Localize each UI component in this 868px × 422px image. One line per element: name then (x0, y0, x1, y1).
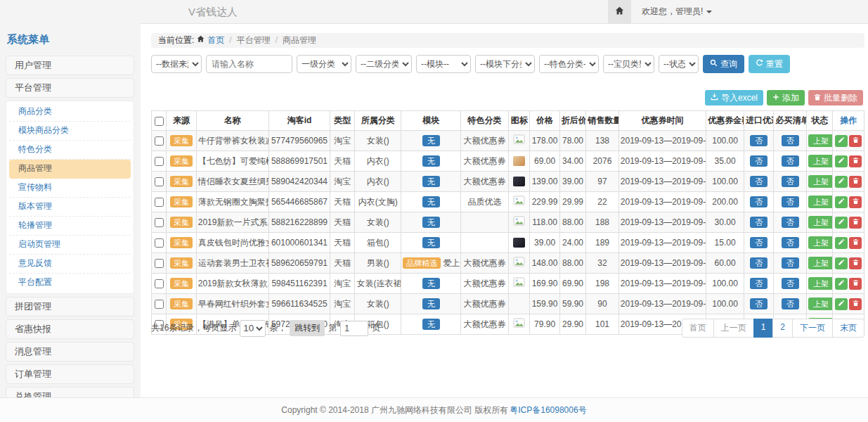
status-badge[interactable]: 上架 (808, 155, 833, 167)
edit-button[interactable] (835, 298, 848, 310)
sidebar-item[interactable]: 商品管理 (9, 160, 131, 179)
status-badge[interactable]: 上架 (808, 216, 833, 229)
sidebar-item[interactable]: 商品分类 (9, 103, 131, 122)
sidebar-item-group[interactable]: 平台管理 (6, 78, 134, 98)
import-select-badge[interactable]: 否 (750, 155, 767, 167)
reset-button[interactable]: 重置 (749, 55, 790, 73)
sidebar-item[interactable]: 轮播管理 (9, 217, 131, 236)
icp-link[interactable]: 粤ICP备16098006号 (510, 404, 586, 416)
filter-select-1[interactable]: --二级分类-- (356, 55, 412, 73)
edit-button[interactable] (835, 176, 848, 188)
edit-button[interactable] (835, 196, 848, 208)
row-checkbox[interactable] (155, 136, 164, 146)
price-cell: 139.00 (530, 172, 560, 192)
filter-select-6[interactable]: --状态-- (659, 55, 699, 73)
sidebar-item[interactable]: 平台配置 (9, 274, 131, 292)
delete-button[interactable] (849, 298, 862, 310)
delete-button[interactable] (849, 257, 862, 269)
sidebar-item-group[interactable]: 消息管理 (6, 342, 134, 362)
filter-select-0[interactable]: 一级分类 (297, 55, 351, 73)
jump-button[interactable]: 跳转到 (290, 320, 325, 336)
batch-delete-button[interactable]: 批量删除 (808, 90, 863, 106)
sidebar-item-group[interactable]: 省惠快报 (6, 319, 134, 339)
row-checkbox[interactable] (155, 218, 164, 227)
edit-button[interactable] (835, 278, 848, 290)
edit-button[interactable] (835, 217, 848, 229)
import-select-badge[interactable]: 否 (750, 298, 767, 309)
filter-data-source-select[interactable]: --数据来源-- (151, 55, 202, 73)
status-badge[interactable]: 上架 (808, 134, 833, 147)
import-select-badge[interactable]: 否 (750, 237, 767, 248)
must-buy-badge[interactable]: 否 (782, 155, 799, 167)
sidebar-item-group[interactable]: 拼团管理 (6, 297, 134, 316)
edit-button[interactable] (835, 257, 848, 269)
row-checkbox[interactable] (155, 157, 164, 166)
filter-select-2[interactable]: --模块-- (416, 55, 471, 73)
import-select-badge[interactable]: 否 (750, 257, 767, 269)
search-button[interactable]: 查询 (703, 55, 744, 73)
import-select-badge[interactable]: 否 (750, 217, 767, 228)
row-checkbox[interactable] (155, 198, 164, 207)
delete-button[interactable] (849, 278, 862, 290)
must-buy-badge[interactable]: 否 (782, 135, 799, 146)
import-select-badge[interactable]: 否 (750, 196, 767, 207)
sidebar-item[interactable]: 启动页管理 (9, 236, 131, 255)
sidebar-item[interactable]: 意见反馈 (9, 255, 131, 274)
sidebar-item[interactable]: 版本管理 (9, 198, 131, 217)
filter-select-5[interactable]: --宝贝类型-- (603, 55, 654, 73)
import-excel-button[interactable]: 导入excel (705, 90, 763, 106)
add-button[interactable]: 添加 (767, 90, 805, 106)
pager-button-末页[interactable]: 末页 (832, 319, 864, 338)
delete-button[interactable] (849, 155, 862, 167)
sidebar-item[interactable]: 模块商品分类 (9, 122, 131, 141)
must-buy-badge[interactable]: 否 (782, 298, 799, 309)
pager-button-1[interactable]: 1 (753, 319, 774, 338)
pager-button-上一页[interactable]: 上一页 (713, 319, 754, 338)
status-badge[interactable]: 上架 (808, 298, 833, 310)
breadcrumb-home-link[interactable]: 首页 (207, 33, 224, 48)
filter-select-3[interactable]: --模块下分类-- (475, 55, 535, 73)
jump-page-input[interactable] (340, 321, 368, 336)
row-checkbox[interactable] (155, 300, 164, 309)
import-select-badge[interactable]: 否 (750, 278, 767, 289)
must-buy-badge[interactable]: 否 (782, 278, 799, 289)
delete-button[interactable] (849, 196, 862, 208)
delete-button[interactable] (849, 237, 862, 249)
status-badge[interactable]: 上架 (808, 175, 833, 188)
row-checkbox[interactable] (155, 238, 164, 248)
import-select-badge[interactable]: 否 (750, 135, 767, 146)
delete-button[interactable] (849, 217, 862, 229)
sidebar-item-group[interactable]: 兑换管理 (6, 387, 134, 397)
delete-button[interactable] (849, 176, 862, 188)
row-checkbox[interactable] (155, 177, 164, 186)
must-buy-badge[interactable]: 否 (782, 257, 799, 269)
filter-select-4[interactable]: --特色分类-- (539, 55, 599, 73)
status-badge[interactable]: 上架 (808, 277, 833, 290)
must-buy-badge[interactable]: 否 (782, 176, 799, 187)
row-checkbox[interactable] (155, 279, 164, 288)
pager-button-2[interactable]: 2 (772, 319, 793, 338)
user-menu[interactable]: 欢迎您，管理员! (642, 6, 712, 18)
status-badge[interactable]: 上架 (808, 236, 833, 249)
select-all-checkbox[interactable] (155, 117, 164, 126)
edit-button[interactable] (835, 237, 848, 249)
import-select-badge[interactable]: 否 (750, 176, 767, 187)
must-buy-badge[interactable]: 否 (782, 196, 799, 207)
edit-button[interactable] (835, 135, 848, 147)
edit-button[interactable] (835, 155, 848, 167)
home-button[interactable] (608, 0, 631, 23)
name-search-input[interactable] (206, 55, 292, 73)
page-size-select[interactable]: 10 (240, 320, 266, 337)
delete-button[interactable] (849, 135, 862, 147)
must-buy-badge[interactable]: 否 (782, 217, 799, 228)
row-checkbox[interactable] (155, 259, 164, 268)
pager-button-下一页[interactable]: 下一页 (792, 319, 833, 338)
status-badge[interactable]: 上架 (808, 257, 833, 269)
sidebar-item[interactable]: 特色分类 (9, 141, 131, 160)
status-badge[interactable]: 上架 (808, 196, 833, 208)
sidebar-item-group[interactable]: 用户管理 (6, 56, 134, 75)
pager-button-首页[interactable]: 首页 (682, 319, 714, 338)
sidebar-item-group[interactable]: 订单管理 (6, 364, 134, 384)
must-buy-badge[interactable]: 否 (782, 237, 799, 248)
sidebar-item[interactable]: 宣传物料 (9, 179, 131, 198)
